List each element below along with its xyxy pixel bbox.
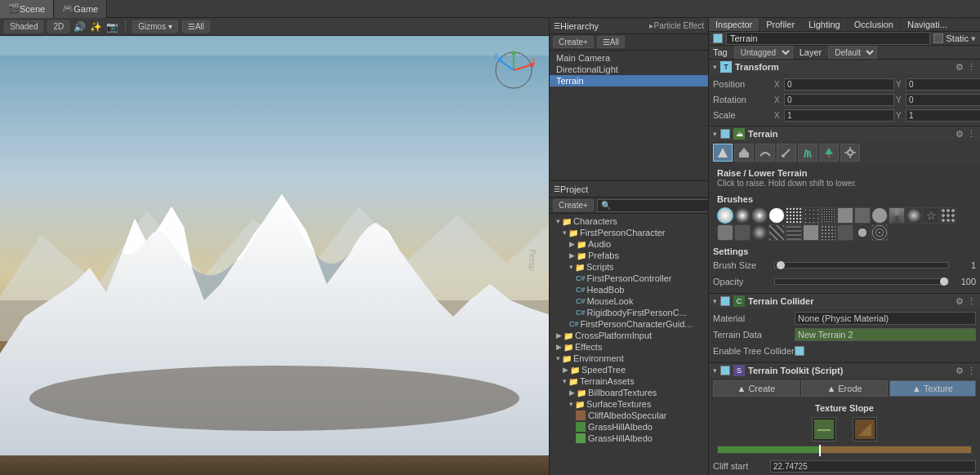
terrain-header[interactable]: ▾ ⛰ Terrain ⚙ ⋮ (709, 127, 980, 141)
tab-inspector[interactable]: Inspector (709, 18, 760, 31)
brush-r5[interactable] (768, 224, 785, 241)
project-item-effects[interactable]: ▶ 📁 Effects (550, 341, 708, 353)
collider-active-checkbox[interactable] (720, 296, 730, 306)
terrain-tool-detail[interactable] (798, 144, 817, 162)
project-item-mouselook[interactable]: C# MouseLook (550, 295, 708, 307)
project-item-characters[interactable]: ▾ 📁 Characters (550, 215, 708, 227)
hierarchy-create-btn[interactable]: Create+ (553, 36, 594, 48)
terrain-tool-paint-texture[interactable] (777, 144, 796, 162)
terrain-toolkit-header[interactable]: ▾ S Terrain Toolkit (Script) ⚙ ⋮ (709, 363, 980, 378)
terrain-collider-header[interactable]: ▾ C Terrain Collider ⚙ ⋮ (709, 294, 980, 309)
brush-11[interactable] (889, 207, 905, 224)
brush-10[interactable] (871, 207, 888, 224)
terrain-tool-paint-height[interactable] (734, 144, 754, 162)
cliff-handle[interactable] (819, 445, 821, 456)
terrain-options[interactable]: ⋮ (967, 129, 976, 140)
terrain-tool-tree[interactable] (819, 144, 839, 162)
brush-r2[interactable] (717, 224, 733, 241)
rotation-x-input[interactable] (784, 94, 894, 106)
tab-navigation[interactable]: Navigati... (901, 18, 955, 31)
tag-dropdown[interactable]: Untagged (734, 46, 793, 59)
project-item-crossplatform[interactable]: ▶ 📁 CrossPlatformInput (550, 330, 708, 341)
hierarchy-all-btn[interactable]: ☰All (597, 36, 625, 48)
scale-x-input[interactable] (784, 109, 894, 122)
collider-gear[interactable]: ⚙ (956, 296, 964, 307)
toolkit-active-checkbox[interactable] (720, 366, 730, 375)
object-active-checkbox[interactable] (713, 33, 723, 43)
brush-3[interactable] (751, 207, 768, 224)
brush-r11[interactable] (871, 224, 888, 241)
mode-2d-button[interactable]: 2D (47, 20, 69, 33)
hierarchy-item-terrain[interactable]: Terrain (550, 75, 708, 87)
hierarchy-item-camera[interactable]: Main Camera (550, 52, 708, 64)
terrain-tool-settings[interactable] (840, 144, 860, 162)
terrain-gear[interactable]: ⚙ (956, 129, 964, 140)
brush-12[interactable] (906, 207, 922, 224)
tree-collider-checkbox[interactable] (795, 346, 804, 356)
toolkit-gear[interactable]: ⚙ (956, 366, 964, 376)
brush-r9[interactable] (837, 224, 853, 241)
project-item-grasshill1[interactable]: GrassHillAlbedo (550, 421, 708, 433)
brush-size-slider[interactable] (774, 262, 949, 269)
rotation-y-input[interactable] (906, 94, 980, 106)
position-x-input[interactable] (784, 78, 894, 91)
scene-view[interactable]: Persp Y X Z (0, 36, 549, 475)
brush-9[interactable] (854, 207, 871, 224)
shading-dropdown[interactable]: Shaded (4, 20, 43, 33)
project-item-speedtree[interactable]: ▶ 📁 SpeedTree (550, 364, 708, 375)
brush-r1[interactable] (940, 207, 956, 224)
project-item-rigidbody[interactable]: C# RigidbodyFirstPersonC... (550, 307, 708, 318)
all-button[interactable]: ☰All (182, 20, 210, 33)
object-name-input[interactable] (726, 32, 930, 45)
slope-icon-right[interactable] (853, 417, 877, 442)
brush-r10[interactable] (854, 224, 871, 241)
brush-4[interactable] (768, 207, 785, 224)
brush-r3[interactable] (734, 224, 751, 241)
toolkit-tab-texture[interactable]: ▲ Texture (889, 380, 976, 397)
terrain-active-checkbox[interactable] (720, 129, 730, 139)
brush-r7[interactable] (803, 224, 819, 241)
slope-icon-left[interactable] (812, 417, 836, 442)
project-item-headbob[interactable]: C# HeadBob (550, 284, 708, 295)
project-item-cliff[interactable]: CliffAlbedoSpecular (550, 410, 708, 421)
toolkit-tab-create[interactable]: ▲ Create (713, 380, 800, 397)
brush-r4[interactable] (751, 224, 768, 241)
project-item-surfacetextures[interactable]: ▾ 📁 SurfaceTextures (550, 398, 708, 410)
brush-r8[interactable] (820, 224, 836, 241)
brush-5[interactable] (786, 207, 802, 224)
game-tab[interactable]: 🎮 Game (54, 0, 107, 18)
brush-7[interactable] (820, 207, 836, 224)
toolbar-icon-effects[interactable]: ✨ (90, 21, 102, 33)
brush-6[interactable] (803, 207, 819, 224)
project-item-fpc[interactable]: C# FirstPersonController (550, 273, 708, 284)
toolkit-tab-erode[interactable]: ▲ Erode (801, 380, 888, 397)
brush-2[interactable] (734, 207, 751, 224)
transform-options[interactable]: ⋮ (967, 62, 976, 73)
project-search-input[interactable] (597, 199, 709, 212)
brush-8[interactable] (837, 207, 853, 224)
scene-tab[interactable]: 🎬 Scene (0, 0, 54, 18)
tab-lighting[interactable]: Lighting (802, 18, 848, 31)
hierarchy-item-light[interactable]: DirectionalLight (550, 64, 708, 75)
project-create-btn[interactable]: Create+ (553, 199, 594, 211)
brush-star[interactable]: ☆ (923, 207, 939, 224)
collider-options[interactable]: ⋮ (967, 296, 976, 307)
tab-occlusion[interactable]: Occlusion (848, 18, 901, 31)
transform-gear[interactable]: ⚙ (956, 62, 964, 73)
project-item-terrainassets[interactable]: ▾ 📁 TerrainAssets (550, 375, 708, 387)
static-dropdown[interactable]: ▾ (971, 33, 976, 44)
cliff-start-input[interactable] (770, 460, 976, 473)
particle-effect-btn[interactable]: ▸Particle Effect (649, 21, 704, 30)
toolbar-icon-camera[interactable]: 📷 (106, 21, 118, 33)
toolkit-options[interactable]: ⋮ (967, 366, 976, 376)
position-y-input[interactable] (906, 78, 980, 91)
terrain-tool-smooth[interactable] (755, 144, 775, 162)
layer-dropdown[interactable]: Default (828, 46, 877, 59)
transform-header[interactable]: ▾ T Transform ⚙ ⋮ (709, 60, 980, 74)
project-item-environment[interactable]: ▾ 📁 Environment (550, 353, 708, 364)
project-item-audio[interactable]: ▶ 📁 Audio (550, 238, 708, 250)
project-item-grasshill2[interactable]: GrassHillAlbedo (550, 433, 708, 444)
project-item-firstperson[interactable]: ▾ 📁 FirstPersonCharacter (550, 227, 708, 238)
project-item-billboard[interactable]: ▶ 📁 BillboardTextures (550, 387, 708, 398)
brush-r6[interactable] (786, 224, 802, 241)
